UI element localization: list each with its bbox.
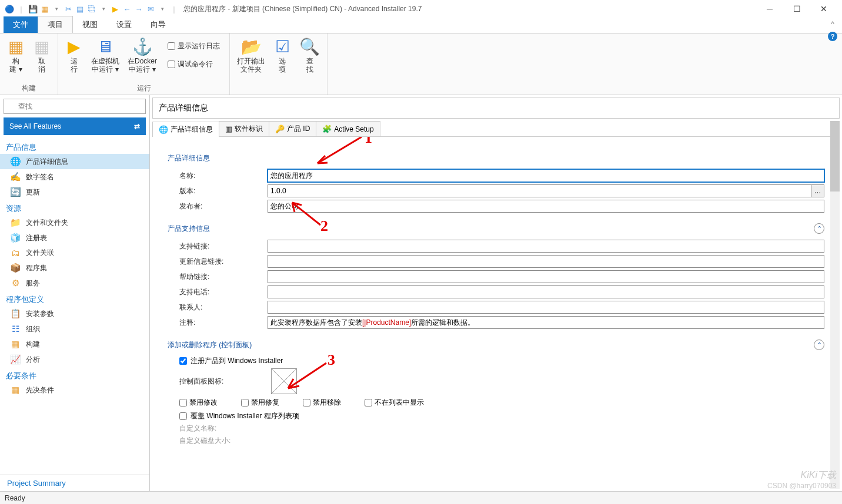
gear-icon: ⚙: [9, 278, 21, 288]
nav-analyze[interactable]: 📈分析: [0, 352, 149, 367]
label-name: 名称:: [168, 171, 268, 181]
subtab-prodid[interactable]: 🔑产品 ID: [269, 121, 316, 136]
group-build-label: 构建: [4, 82, 54, 93]
qat-dropdown3-icon[interactable]: ▾: [158, 4, 167, 14]
version-input[interactable]: [268, 184, 811, 197]
signature-icon: ✍: [9, 172, 21, 182]
nav-header-resources: 资源: [0, 200, 149, 215]
close-button[interactable]: ✕: [810, 0, 837, 18]
barcode-icon: ▥: [225, 125, 232, 133]
show-log-check[interactable]: 显示运行日志: [165, 40, 222, 52]
run-docker-button[interactable]: ⚓在Docker中运行 ▾: [124, 36, 161, 75]
collapse-arp-icon[interactable]: ⌃: [814, 340, 824, 350]
collapse-support-icon[interactable]: ⌃: [814, 223, 824, 234]
mail-icon[interactable]: ✉: [146, 4, 155, 14]
subtab-activesetup[interactable]: 🧩Active Setup: [316, 121, 380, 136]
label-publisher: 发布者:: [168, 201, 268, 211]
app-icon: 🔵: [5, 4, 14, 14]
register-checkbox[interactable]: 注册产品到 Windows Installer: [168, 356, 824, 366]
qat-sep2: |: [169, 4, 179, 14]
search-input[interactable]: [4, 99, 146, 114]
support-phone-input[interactable]: [268, 285, 824, 298]
nav-files[interactable]: 📁文件和文件夹: [0, 215, 149, 230]
run-button[interactable]: ▶运行: [62, 36, 86, 75]
help-icon[interactable]: ?: [828, 32, 837, 41]
nolist-checkbox[interactable]: 不在列表中显示: [365, 398, 424, 408]
project-summary-link[interactable]: Project Summary: [0, 475, 149, 491]
nav-header-prereq: 必要条件: [0, 367, 149, 382]
name-input[interactable]: [268, 169, 824, 182]
paste-icon[interactable]: ▤: [75, 4, 85, 14]
titlebar: 🔵 | 💾 ▦ ▾ ✂ ▤ ⿻ ▾ ▶ ← → ✉ ▾ | 您的应用程序 - 新…: [0, 0, 842, 18]
tab-file[interactable]: 文件: [4, 16, 38, 33]
tab-settings[interactable]: 设置: [107, 16, 141, 33]
minimize-button[interactable]: ─: [756, 0, 783, 18]
build-button[interactable]: ▦构建 ▾: [4, 36, 28, 75]
support-link-input[interactable]: [268, 240, 824, 253]
nav-services[interactable]: ⚙服务: [0, 275, 149, 291]
version-browse-button[interactable]: …: [811, 184, 824, 197]
see-all-features-button[interactable]: See All Features ⇄: [4, 117, 146, 135]
cut-icon[interactable]: ✂: [64, 4, 73, 14]
qat-dropdown-icon[interactable]: ▾: [52, 4, 61, 14]
nav-prereq[interactable]: ▦先决条件: [0, 382, 149, 398]
comment-input[interactable]: 此安装程序数据库包含了安装 [|ProductName] 所需的逻辑和数据。: [268, 316, 824, 329]
label-custom-disk: 自定义磁盘大小:: [168, 436, 268, 446]
qat-dropdown2-icon[interactable]: ▾: [99, 4, 108, 14]
run-vm-button[interactable]: 🖥在虚拟机中运行 ▾: [88, 36, 123, 75]
update-link-input[interactable]: [268, 255, 824, 268]
ribbon-collapse-icon[interactable]: ^: [831, 20, 834, 28]
prereq-icon: ▦: [9, 385, 21, 395]
run-icon[interactable]: ▶: [111, 4, 120, 14]
nav-assemblies[interactable]: 📦程序集: [0, 260, 149, 275]
nav-update[interactable]: 🔄更新: [0, 184, 149, 200]
find-button[interactable]: 🔍查找: [296, 36, 323, 75]
key-icon: 🔑: [275, 125, 285, 133]
tab-wizard[interactable]: 向导: [141, 16, 175, 33]
icon-picker[interactable]: [271, 368, 297, 394]
noremove-checkbox[interactable]: 禁用移除: [303, 398, 341, 408]
nav-build[interactable]: ▦构建: [0, 337, 149, 352]
org-icon: ☷: [9, 324, 21, 334]
copy-icon[interactable]: ⿻: [87, 4, 96, 14]
open-output-button[interactable]: 📂打开输出文件夹: [233, 36, 269, 75]
tab-project[interactable]: 项目: [38, 16, 73, 33]
assembly-icon: 📦: [9, 263, 21, 273]
nav-install-params[interactable]: 📋安装参数: [0, 306, 149, 321]
nav-header-product-info: 产品信息: [0, 139, 149, 154]
status-text: Ready: [5, 494, 25, 502]
qat-sep: |: [16, 4, 26, 14]
ribbon: ▦构建 ▾ ▦取消 构建 ▶运行 🖥在虚拟机中运行 ▾ ⚓在Docker中运行 …: [0, 33, 842, 95]
main-panel: 产品详细信息 🌐产品详细信息 ▥软件标识 🔑产品 ID 🧩Active Setu…: [150, 95, 842, 491]
label-support-link: 支持链接:: [168, 241, 268, 251]
maximize-button[interactable]: ☐: [783, 0, 810, 18]
options-button[interactable]: ☑选项: [270, 36, 295, 75]
forward-icon[interactable]: →: [134, 4, 143, 14]
section-arp: 添加或删除程序 (控制面板)⌃: [168, 340, 824, 350]
ribbon-tabs: 文件 项目 视图 设置 向导 ^ ?: [0, 18, 842, 33]
nav-registry[interactable]: 🧊注册表: [0, 230, 149, 246]
nomodify-checkbox[interactable]: 禁用修改: [179, 398, 218, 408]
cancel-button[interactable]: ▦取消: [29, 36, 54, 75]
help-link-input[interactable]: [268, 270, 824, 283]
nav-organize[interactable]: ☷组织: [0, 321, 149, 337]
nav-product-details[interactable]: 🌐产品详细信息: [0, 154, 149, 169]
subtab-details[interactable]: 🌐产品详细信息: [152, 122, 219, 137]
norepair-checkbox[interactable]: 禁用修复: [241, 398, 279, 408]
publisher-input[interactable]: [268, 200, 824, 213]
group-run-label: 运行: [62, 82, 226, 93]
save-icon[interactable]: 💾: [28, 4, 38, 14]
folder-icon: 📁: [9, 217, 21, 228]
override-checkbox[interactable]: 覆盖 Windows Installer 程序列表项: [168, 411, 824, 421]
tab-view[interactable]: 视图: [73, 16, 107, 33]
label-support-phone: 支持电话:: [168, 287, 268, 297]
nav-file-assoc[interactable]: 🗂文件关联: [0, 246, 149, 260]
svg-text:1: 1: [365, 137, 372, 146]
back-icon[interactable]: ←: [122, 4, 132, 14]
subtab-swid[interactable]: ▥软件标识: [219, 121, 269, 136]
debug-cmd-check[interactable]: 调试命令行: [165, 58, 222, 70]
nav-digital-signature[interactable]: ✍数字签名: [0, 169, 149, 184]
contact-input[interactable]: [268, 301, 824, 314]
build-icon[interactable]: ▦: [40, 4, 49, 14]
nav-header-pkgdef: 程序包定义: [0, 291, 149, 306]
